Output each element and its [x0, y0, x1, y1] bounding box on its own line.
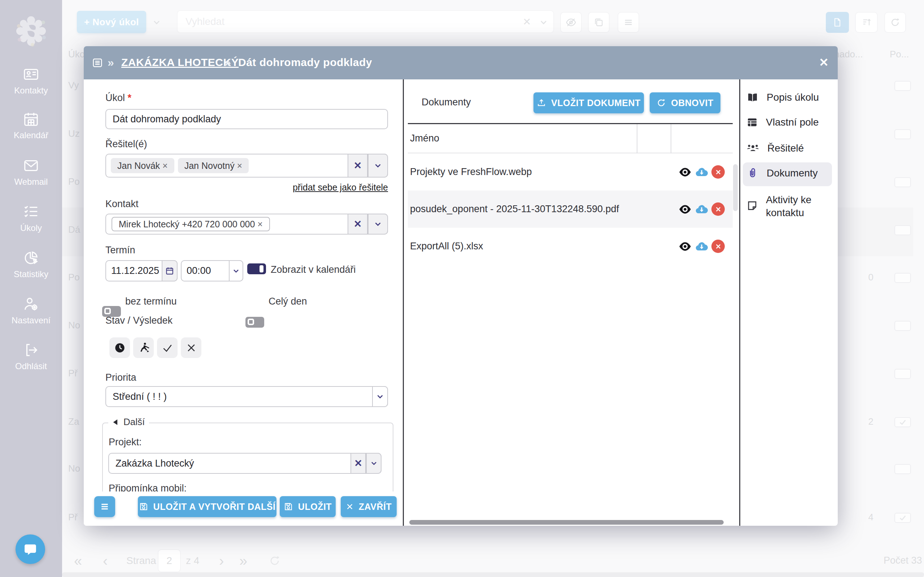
assignee-tag[interactable]: Jan Novotný ×: [178, 158, 249, 173]
status-pending-button[interactable]: [110, 337, 130, 358]
nav-item-description[interactable]: Popis úkolu: [747, 91, 819, 103]
status-in-progress-button[interactable]: [133, 337, 154, 358]
all-day-label: Celý den: [269, 296, 307, 307]
nav-item-documents[interactable]: Dokumenty: [747, 167, 818, 179]
cross-icon: [186, 342, 197, 353]
task-detail-modal: » ZAKÁZKA LHOTECKÝ » Dát dohromady podkl…: [84, 46, 838, 526]
status-label: Stav / Výsledek: [105, 315, 173, 326]
task-list-icon: [92, 57, 103, 68]
deadline-label: Termín: [105, 245, 135, 256]
app-root: Kontakty Kalendář Webmail Úkoly: [0, 0, 924, 577]
contact-dropdown-button[interactable]: [368, 214, 388, 235]
document-row[interactable]: ExportAll (5).xlsx: [408, 228, 733, 265]
no-deadline-label: bez termínu: [125, 296, 177, 307]
documents-name-column-header[interactable]: Jméno: [410, 133, 439, 144]
tag-remove-icon[interactable]: ×: [163, 161, 168, 171]
collapse-triangle-icon: [113, 419, 118, 425]
delete-icon[interactable]: [711, 165, 725, 179]
pane-divider: [739, 79, 740, 526]
chevron-down-icon: [373, 161, 382, 170]
contact-label: Kontakt: [105, 198, 139, 210]
nav-item-contact-activities[interactable]: Aktivity ke kontaktu: [747, 193, 838, 219]
save-icon: [284, 502, 293, 511]
refresh-icon: [656, 98, 666, 108]
paperclip-icon: [747, 167, 759, 179]
download-icon[interactable]: [695, 202, 708, 216]
contact-tag[interactable]: Mirek Lhotecký +420 720 000 000 ×: [111, 217, 270, 231]
chat-bubble-icon: [23, 542, 37, 556]
assignees-clear-button[interactable]: ✕: [348, 154, 368, 177]
status-done-button[interactable]: [157, 337, 177, 358]
column-divider: [671, 124, 671, 153]
documents-table-header: Jméno: [408, 124, 733, 153]
show-in-calendar-toggle[interactable]: [247, 263, 266, 274]
check-icon: [162, 342, 173, 354]
deadline-time-field[interactable]: 00:00: [181, 260, 243, 282]
modal-header: » ZAKÁZKA LHOTECKÝ » Dát dohromady podkl…: [84, 46, 838, 79]
document-row[interactable]: posudek_oponent - 2025-11-30T132248.590.…: [408, 190, 733, 228]
delete-icon[interactable]: [711, 240, 725, 253]
deadline-date-field[interactable]: 11.12.2025: [105, 260, 177, 282]
required-asterisk: *: [128, 92, 132, 103]
assignees-dropdown-button[interactable]: [368, 154, 388, 177]
contact-clear-button[interactable]: ✕: [348, 214, 368, 235]
pane-divider: [403, 79, 404, 526]
worker-icon: [137, 342, 150, 354]
status-cancelled-button[interactable]: [181, 337, 202, 358]
tag-remove-icon[interactable]: ×: [257, 219, 263, 229]
download-icon[interactable]: [695, 240, 708, 253]
preview-icon[interactable]: [678, 240, 692, 253]
all-day-toggle[interactable]: [245, 317, 264, 328]
chevron-down-icon: [373, 219, 382, 229]
contact-select[interactable]: Mirek Lhotecký +420 720 000 000 × ✕: [105, 214, 388, 235]
assignees-multiselect[interactable]: Jan Novák × Jan Novotný × ✕: [105, 154, 388, 177]
preview-icon[interactable]: [678, 202, 692, 216]
preview-icon[interactable]: [678, 165, 692, 179]
time-dropdown-button[interactable]: [229, 260, 243, 282]
documents-vertical-scrollbar[interactable]: [733, 164, 738, 211]
breadcrumb-separator: »: [108, 56, 114, 69]
tag-remove-icon[interactable]: ×: [237, 161, 243, 171]
more-legend[interactable]: Další: [108, 416, 149, 428]
calendar-picker-button[interactable]: [162, 260, 177, 282]
note-icon: [747, 200, 758, 211]
breadcrumb-current: Dát dohromady podklady: [238, 56, 372, 69]
document-row[interactable]: Projekty ve FreshFlow.webp: [408, 153, 733, 190]
project-clear-button[interactable]: ✕: [350, 453, 366, 474]
save-and-create-button[interactable]: ULOŽIT A VYTVOŘIT DALŠÍ: [138, 496, 276, 517]
modal-close-button[interactable]: ✕: [819, 56, 829, 69]
chevron-down-icon: [232, 267, 240, 275]
users-icon: [747, 142, 760, 155]
close-button[interactable]: ZAVŘÍT: [341, 496, 397, 517]
show-in-calendar-label: Zobrazit v kalendáři: [271, 264, 356, 275]
project-select[interactable]: Zakázka Lhotecký ✕: [108, 453, 382, 474]
close-icon: [346, 503, 354, 511]
chat-button[interactable]: [16, 534, 45, 564]
breadcrumb-parent-link[interactable]: ZAKÁZKA LHOTECKÝ: [121, 56, 239, 69]
breadcrumb-separator: »: [224, 56, 231, 69]
task-label: Úkol *: [105, 92, 131, 103]
nav-item-assignees[interactable]: Řešitelé: [747, 142, 804, 155]
chevron-down-icon: [369, 459, 378, 467]
footer-menu-button[interactable]: [94, 496, 115, 517]
priority-dropdown-button[interactable]: [372, 386, 388, 407]
priority-select[interactable]: Střední ( ! ! ): [105, 386, 388, 407]
save-button[interactable]: ULOŽIT: [280, 496, 336, 517]
task-name-input[interactable]: [105, 109, 388, 129]
column-divider: [637, 124, 637, 153]
upload-icon: [537, 98, 546, 108]
refresh-documents-button[interactable]: OBNOVIT: [650, 92, 721, 113]
add-self-as-assignee-link[interactable]: přidat sebe jako řešitele: [105, 182, 388, 193]
assignee-tag[interactable]: Jan Novák ×: [111, 158, 174, 173]
clock-icon: [114, 342, 126, 354]
documents-horizontal-scrollbar[interactable]: [409, 520, 724, 525]
upload-document-button[interactable]: VLOŽIT DOKUMENT: [534, 92, 644, 113]
download-icon[interactable]: [695, 165, 708, 179]
calendar-icon: [165, 266, 174, 276]
save-icon: [139, 502, 148, 511]
delete-icon[interactable]: [711, 202, 725, 216]
documents-title: Dokumenty: [422, 97, 471, 108]
nav-item-custom-fields[interactable]: Vlastní pole: [747, 116, 819, 128]
priority-label: Priorita: [105, 372, 136, 383]
project-dropdown-button[interactable]: [366, 453, 382, 474]
